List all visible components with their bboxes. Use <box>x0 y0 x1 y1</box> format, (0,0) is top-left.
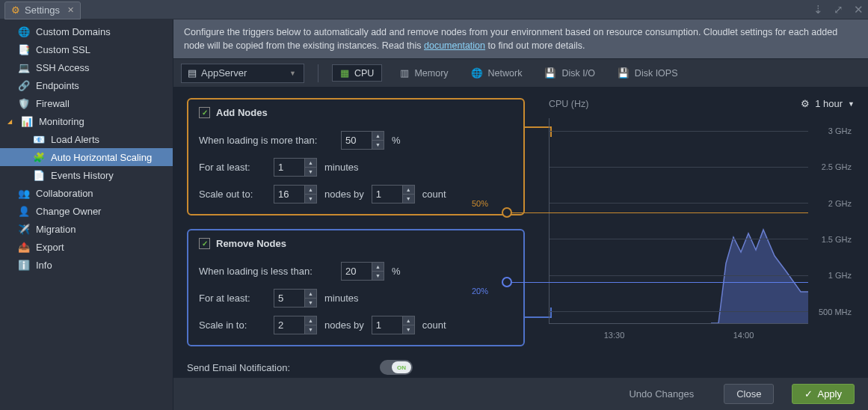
chart-title: CPU (Hz) <box>549 99 588 109</box>
endpoints-icon: 🔗 <box>18 79 30 91</box>
add-threshold-line[interactable]: 50% <box>508 212 808 213</box>
remove-threshold-input[interactable]: ▲▼ <box>341 262 384 281</box>
documentation-link[interactable]: documentation <box>424 40 485 51</box>
sidebar-item-firewall[interactable]: 🛡️Firewall <box>0 94 173 112</box>
migration-icon: ✈️ <box>18 223 30 235</box>
gear-icon: ⚙ <box>11 4 20 16</box>
remove-step-input[interactable]: ▲▼ <box>372 316 415 334</box>
ram-icon: ▥ <box>400 67 409 79</box>
y-tick: 2 GHz <box>828 199 852 208</box>
expand-icon[interactable]: ⤢ <box>834 3 843 16</box>
sidebar-item-monitoring[interactable]: 📊Monitoring <box>0 112 173 130</box>
tab-network[interactable]: 🌐Network <box>467 64 527 82</box>
monitoring-icon: 📊 <box>21 115 33 127</box>
sidebar-item-endpoints[interactable]: 🔗Endpoints <box>0 76 173 94</box>
add-title: Add Nodes <box>216 107 268 118</box>
disk-icon: 💾 <box>544 67 556 79</box>
gear-icon: ⚙ <box>801 98 810 109</box>
add-threshold-input[interactable]: ▲▼ <box>341 131 384 150</box>
custom-ssl-icon: 📑 <box>18 43 30 55</box>
window-tab[interactable]: ⚙ Settings ✕ <box>4 1 81 19</box>
remove-title: Remove Nodes <box>216 238 286 249</box>
sidebar-item-custom-domains[interactable]: 🌐Custom Domains <box>0 22 173 40</box>
export-icon: 📤 <box>18 241 30 253</box>
tab-disk-i/o[interactable]: 💾Disk I/O <box>540 64 599 82</box>
y-tick: 2.5 GHz <box>822 162 852 171</box>
load-alerts-icon: 📧 <box>33 133 45 145</box>
tab-close-icon[interactable]: ✕ <box>67 5 74 15</box>
cpu-icon: ▦ <box>340 67 349 79</box>
tab-disk-iops[interactable]: 💾Disk IOPS <box>613 64 683 82</box>
close-icon[interactable]: ✕ <box>854 3 864 16</box>
sidebar-item-change-owner[interactable]: 👤Change Owner <box>0 202 173 220</box>
remove-limit-input[interactable]: ▲▼ <box>274 316 317 334</box>
ssh-access-icon: 💻 <box>18 61 30 73</box>
check-icon: ✓ <box>804 388 813 400</box>
add-checkbox[interactable]: ✓ <box>199 107 210 118</box>
net-icon: 🌐 <box>471 67 483 79</box>
add-limit-input[interactable]: ▲▼ <box>274 185 317 204</box>
tab-cpu[interactable]: ▦CPU <box>332 64 382 82</box>
sidebar-item-export[interactable]: 📤Export <box>0 238 173 256</box>
sidebar-item-collaboration[interactable]: 👥Collaboration <box>0 184 173 202</box>
tab-memory[interactable]: ▥Memory <box>395 64 452 82</box>
auto-horizontal-scaling-icon: 🧩 <box>33 151 45 163</box>
events-history-icon: 📄 <box>33 169 45 181</box>
cpu-chart: 50%20%13:3014:00 3 GHz2.5 GHz2 GHz1.5 GH… <box>549 118 855 350</box>
y-tick: 1 GHz <box>828 271 852 280</box>
close-button[interactable]: Close <box>724 384 774 404</box>
remove-threshold-line[interactable]: 20% <box>508 282 808 283</box>
download-icon[interactable]: ⇣ <box>813 3 823 16</box>
server-icon: ▤ <box>188 67 197 79</box>
y-tick: 3 GHz <box>828 126 852 135</box>
add-step-input[interactable]: ▲▼ <box>372 185 415 204</box>
info-icon: ℹ️ <box>18 259 30 271</box>
window-title: Settings <box>25 4 60 16</box>
chevron-down-icon: ▼ <box>848 100 855 108</box>
cpu-series <box>711 204 808 323</box>
sidebar-item-ssh-access[interactable]: 💻SSH Access <box>0 58 173 76</box>
sidebar-item-auto-horizontal-scaling[interactable]: 🧩Auto Horizontal Scaling <box>0 148 173 166</box>
time-range-selector[interactable]: ⚙ 1 hour ▼ <box>801 98 855 109</box>
info-banner: Configure the triggers below to automati… <box>173 19 868 59</box>
remove-checkbox[interactable]: ✓ <box>199 238 210 249</box>
sidebar-item-custom-ssl[interactable]: 📑Custom SSL <box>0 40 173 58</box>
sidebar: 🌐Custom Domains📑Custom SSL💻SSH Access🔗En… <box>0 19 173 410</box>
apply-button[interactable]: ✓ Apply <box>792 384 855 404</box>
y-tick: 500 MHz <box>819 308 852 316</box>
server-label: AppServer <box>201 67 247 79</box>
undo-button[interactable]: Undo Changes <box>617 385 706 403</box>
custom-domains-icon: 🌐 <box>18 25 30 37</box>
add-nodes-panel: ✓ Add Nodes When loading is more than: ▲… <box>187 98 525 215</box>
notify-label: Send Email Notification: <box>187 362 290 373</box>
remove-duration-input[interactable]: ▲▼ <box>274 289 317 308</box>
chevron-down-icon: ▼ <box>289 70 296 77</box>
notify-toggle[interactable]: ON <box>380 360 413 375</box>
x-tick: 13:30 <box>604 331 625 340</box>
disk-icon: 💾 <box>618 67 630 79</box>
firewall-icon: 🛡️ <box>18 97 30 109</box>
sidebar-item-load-alerts[interactable]: 📧Load Alerts <box>0 130 173 148</box>
change-owner-icon: 👤 <box>18 205 30 217</box>
server-selector[interactable]: ▤ AppServer ▼ <box>181 64 304 83</box>
sidebar-item-info[interactable]: ℹ️Info <box>0 256 173 274</box>
collaboration-icon: 👥 <box>18 187 30 199</box>
sidebar-item-migration[interactable]: ✈️Migration <box>0 220 173 238</box>
x-tick: 14:00 <box>733 331 754 340</box>
y-tick: 1.5 GHz <box>822 235 852 244</box>
sidebar-item-events-history[interactable]: 📄Events History <box>0 166 173 184</box>
add-duration-input[interactable]: ▲▼ <box>274 158 317 177</box>
